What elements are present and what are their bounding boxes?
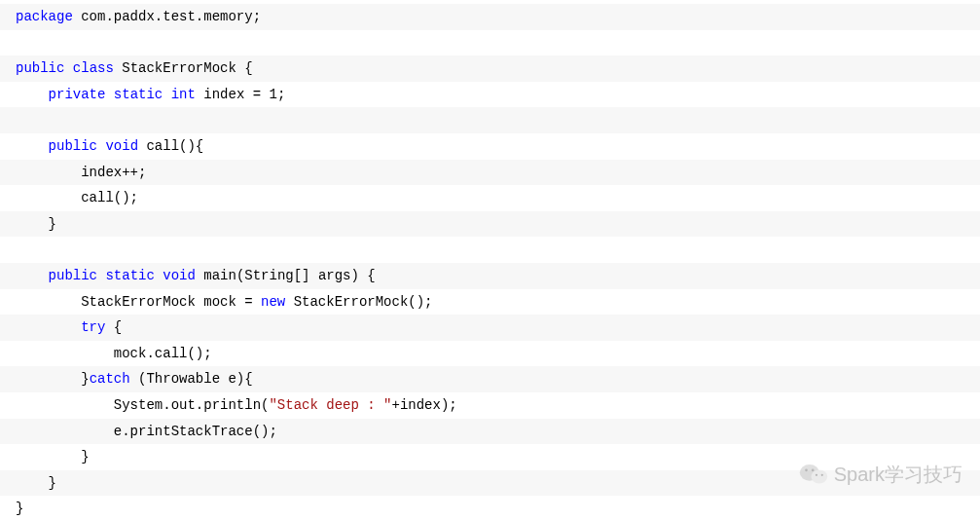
code-token-plain: } <box>16 371 90 387</box>
code-line <box>0 107 980 133</box>
code-line <box>0 237 980 263</box>
code-token-plain: call(); <box>16 190 138 205</box>
code-token-plain <box>16 87 49 102</box>
code-line: StackErrorMock mock = new StackErrorMock… <box>0 289 980 316</box>
code-token-kw: try <box>81 319 105 335</box>
code-block: package com.paddx.test.memory; public cl… <box>0 0 980 520</box>
code-line: public class StackErrorMock { <box>0 56 980 82</box>
code-token-kw: public <box>49 268 97 283</box>
code-token-plain: e.printStackTrace(); <box>16 424 277 439</box>
code-token-str: "Stack deep : " <box>269 397 391 413</box>
code-line: private static int index = 1; <box>0 82 980 108</box>
code-token-plain <box>163 87 170 102</box>
code-line: index++; <box>0 160 980 186</box>
code-token-plain: call(){ <box>138 138 203 154</box>
code-line: } <box>0 211 980 238</box>
code-token-plain: com.paddx.test.memory; <box>73 9 261 24</box>
code-token-plain: } <box>16 216 56 232</box>
code-token-plain: +index); <box>391 397 456 413</box>
code-line: try { <box>0 315 980 341</box>
code-token-plain: index++; <box>16 165 146 180</box>
code-token-plain <box>105 87 113 102</box>
code-token-plain <box>16 241 23 257</box>
code-token-kw: void <box>105 138 138 154</box>
code-token-plain: index = 1; <box>196 87 285 102</box>
code-token-plain: } <box>16 475 56 491</box>
code-token-plain: { <box>105 319 122 335</box>
code-token-kw: package <box>16 9 73 24</box>
code-line: System.out.println("Stack deep : "+index… <box>0 392 980 419</box>
code-line: e.printStackTrace(); <box>0 419 980 445</box>
code-token-kw: public <box>16 60 64 76</box>
code-token-kw: int <box>171 87 196 102</box>
code-token-plain <box>155 268 163 283</box>
code-token-kw: void <box>163 268 196 283</box>
code-token-plain <box>16 319 81 335</box>
code-token-plain: StackErrorMock mock = <box>16 294 261 310</box>
code-token-plain <box>16 35 23 51</box>
code-line: call(); <box>0 185 980 211</box>
code-line: }catch (Throwable e){ <box>0 366 980 392</box>
code-line <box>0 30 980 56</box>
code-token-plain <box>16 268 49 283</box>
code-token-plain: mock.call(); <box>16 346 212 361</box>
code-token-plain: System.out.println( <box>16 397 269 413</box>
code-line: } <box>0 444 980 470</box>
code-token-kw: public <box>49 138 97 154</box>
code-token-plain: StackErrorMock { <box>114 60 253 76</box>
code-token-kw: catch <box>90 371 130 387</box>
code-line: public static void main(String[] args) { <box>0 263 980 289</box>
code-token-kw: private <box>49 87 106 102</box>
code-token-plain: } <box>16 501 23 516</box>
code-line: mock.call(); <box>0 341 980 367</box>
code-token-kw: class <box>73 60 114 76</box>
code-token-plain: main(String[] args) { <box>196 268 376 283</box>
code-line: } <box>0 496 980 520</box>
code-token-plain: StackErrorMock(); <box>285 294 432 310</box>
code-token-kw: static <box>105 268 154 283</box>
code-token-plain <box>16 138 49 154</box>
code-line: } <box>0 470 980 497</box>
code-token-kw: static <box>114 87 163 102</box>
code-line: package com.paddx.test.memory; <box>0 4 980 30</box>
code-token-plain: } <box>16 449 90 464</box>
code-line: public void call(){ <box>0 133 980 160</box>
code-token-plain <box>16 112 23 128</box>
code-token-plain <box>64 60 72 76</box>
code-token-plain: (Throwable e){ <box>130 371 253 387</box>
code-token-kw: new <box>261 294 285 310</box>
